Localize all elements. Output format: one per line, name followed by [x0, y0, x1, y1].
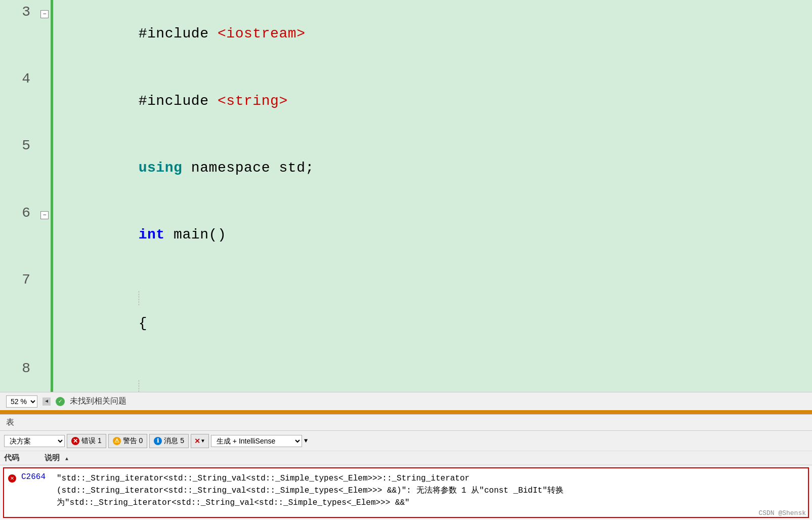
- scroll-left-arrow[interactable]: ◀: [42, 397, 51, 406]
- column-headers: 代码 说明 ▲: [0, 451, 812, 465]
- code-text: main(): [165, 227, 227, 243]
- code-table: 3 − #include <iostream> 4 #include <stri…: [0, 0, 812, 392]
- green-indicator: [51, 0, 53, 392]
- error-row-icon: ✕: [8, 473, 16, 483]
- code-editor: 3 − #include <iostream> 4 #include <stri…: [0, 0, 812, 392]
- code-text: #include: [139, 93, 218, 109]
- col-code-header: 代码: [4, 453, 34, 463]
- code-text: #include: [139, 26, 218, 42]
- zoom-select[interactable]: 52 %: [6, 395, 37, 408]
- info-button[interactable]: ℹ 消息 5: [149, 434, 189, 448]
- error-count-label: 错误 1: [81, 436, 102, 446]
- toolbar-row: 决方案 ✕ 错误 1 ⚠ 警告 0 ℹ 消息 5 ✕ ▼ 生成 + Intell…: [0, 431, 812, 451]
- gen-select[interactable]: 生成 + IntelliSense: [211, 435, 302, 447]
- table-row: 4 #include <string>: [0, 67, 812, 134]
- line-number: 4: [0, 67, 40, 134]
- panel-divider: [0, 410, 812, 414]
- panel-header-label: 表: [6, 417, 14, 428]
- table-row: 7 {: [0, 268, 812, 357]
- code-text: using: [139, 160, 183, 176]
- filter-button[interactable]: ✕ ▼: [191, 434, 209, 448]
- line-number: 8: [0, 356, 40, 392]
- code-text: {: [139, 315, 147, 331]
- error-row: ✕ C2664 "std::_String_iterator<std::_Str…: [3, 467, 809, 518]
- warning-icon: ⚠: [113, 437, 121, 445]
- code-text: namespace std;: [182, 160, 314, 176]
- warning-button[interactable]: ⚠ 警告 0: [108, 434, 148, 448]
- col-desc-header: 说明 ▲: [45, 453, 808, 463]
- error-icon: ✕: [71, 437, 79, 445]
- code-line: const string str("ElonShensk");: [51, 356, 812, 392]
- fold-gutter: [40, 356, 51, 392]
- fold-gutter: [40, 268, 51, 357]
- col-desc-label: 说明: [45, 454, 60, 463]
- line-number: 7: [0, 268, 40, 357]
- fold-button[interactable]: −: [40, 211, 49, 219]
- status-text: 未找到相关问题: [70, 396, 126, 407]
- error-description: "std::_String_iterator<std::_String_val<…: [57, 472, 804, 509]
- error-panel: 表 决方案 ✕ 错误 1 ⚠ 警告 0 ℹ 消息 5 ✕ ▼ 生成 + Inte…: [0, 414, 812, 520]
- filter-dropdown-icon: ▼: [200, 438, 205, 444]
- no-issues-icon: ✓: [56, 397, 65, 406]
- status-bar: 52 % ◀ ✓ 未找到相关问题: [0, 392, 812, 410]
- error-button[interactable]: ✕ 错误 1: [67, 434, 106, 448]
- fold-gutter: [40, 67, 51, 134]
- code-line: int main(): [51, 201, 812, 268]
- line-number: 5: [0, 134, 40, 201]
- code-line: {: [51, 268, 812, 357]
- panel-header: 表: [0, 415, 812, 431]
- fold-gutter[interactable]: −: [40, 201, 51, 268]
- code-line: #include <string>: [51, 67, 812, 134]
- table-row: 5 using namespace std;: [0, 134, 812, 201]
- watermark: CSDN @Shensk: [758, 509, 806, 517]
- line-number: 3: [0, 0, 40, 67]
- gen-dropdown-arrow[interactable]: ▼: [304, 437, 308, 445]
- table-row: 6 − int main(): [0, 201, 812, 268]
- code-text: int: [139, 227, 165, 243]
- code-line: #include <iostream>: [51, 0, 812, 67]
- error-indicator: ✕: [8, 474, 16, 483]
- fold-button[interactable]: −: [40, 10, 49, 18]
- info-count-label: 消息 5: [164, 436, 184, 446]
- solution-select[interactable]: 决方案: [4, 435, 65, 447]
- line-number: 6: [0, 201, 40, 268]
- fold-gutter: [40, 134, 51, 201]
- sort-arrow-icon[interactable]: ▲: [65, 456, 68, 462]
- error-code: C2664: [21, 472, 57, 482]
- table-row: 8 const string str("ElonShensk");: [0, 356, 812, 392]
- filter-x-icon: ✕: [194, 437, 200, 445]
- table-row: 3 − #include <iostream>: [0, 0, 812, 67]
- info-icon: ℹ: [154, 437, 162, 445]
- code-text: <iostream>: [218, 26, 306, 42]
- code-line: using namespace std;: [51, 134, 812, 201]
- warning-count-label: 警告 0: [123, 436, 143, 446]
- fold-gutter[interactable]: −: [40, 0, 51, 67]
- code-text: <string>: [218, 93, 288, 109]
